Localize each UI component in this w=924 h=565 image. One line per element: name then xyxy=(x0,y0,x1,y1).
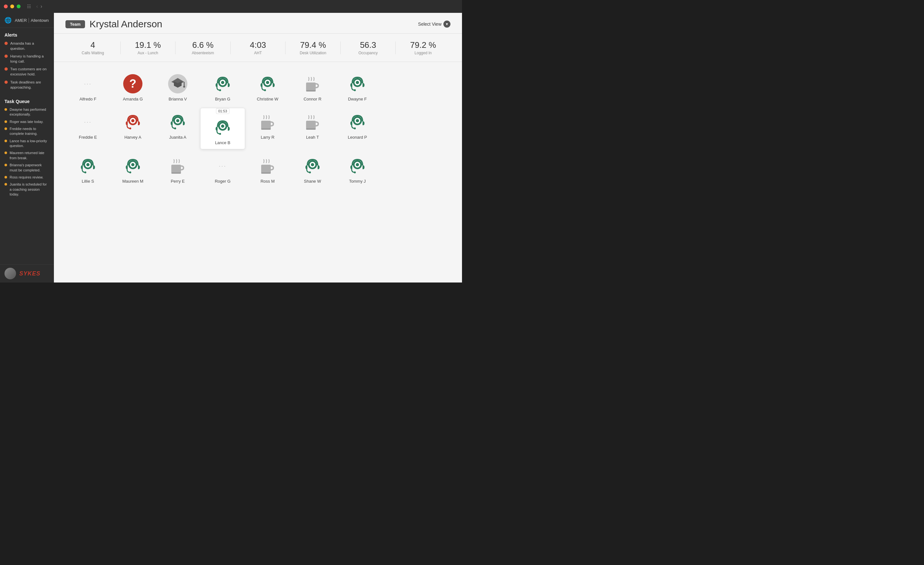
agent-name: Leah T xyxy=(306,135,319,140)
task-item-1: Roger was late today. xyxy=(4,119,50,124)
alert-text-0: Amanda has a question. xyxy=(10,41,50,51)
agent-name: Leonard P xyxy=(348,135,367,140)
task-dot-7 xyxy=(4,183,7,186)
agent-name: Lillie S xyxy=(82,179,94,183)
agent-card-leonard-p[interactable]: Leonard P xyxy=(335,108,380,149)
task-queue-title: Task Queue xyxy=(4,99,50,104)
stat-value-1: 19.1 % xyxy=(121,40,176,50)
agent-card-shane-w[interactable]: Shane W xyxy=(290,152,335,188)
forward-icon[interactable]: › xyxy=(40,3,42,9)
alert-dot-3 xyxy=(4,81,8,84)
svg-rect-16 xyxy=(306,90,316,92)
task-text-3: Lance has a low-priority question. xyxy=(10,139,50,149)
agent-card-amanda-g[interactable]: ? Amanda G xyxy=(110,70,155,105)
svg-point-10 xyxy=(219,89,221,91)
agent-card-alfredo-f[interactable]: ··· Alfredo F xyxy=(66,70,110,105)
agent-name: Perry E xyxy=(171,179,184,183)
agent-icon-question: ? xyxy=(123,74,143,94)
agent-card-christine-w[interactable]: Christine W xyxy=(245,70,290,105)
traffic-light-fullscreen[interactable] xyxy=(16,5,21,8)
agent-name: Juanita A xyxy=(169,135,186,140)
agent-icon-coffee xyxy=(168,156,188,176)
task-dot-5 xyxy=(4,164,7,166)
task-item-6: Ross requires review. xyxy=(4,175,50,180)
agent-card-juanita-a[interactable]: Juanita A xyxy=(155,108,200,149)
stat-value-2: 6.6 % xyxy=(176,40,230,50)
alert-item-1: Harvey is handling a long call. xyxy=(4,54,50,64)
task-text-0: Dwayne has performed exceptionally. xyxy=(10,107,50,117)
agent-name: Dwayne F xyxy=(348,97,367,101)
alert-dot-0 xyxy=(4,42,8,45)
stat-value-0: 4 xyxy=(66,40,120,50)
stat-occupancy: 56.3 Occupancy xyxy=(341,40,396,55)
stat-label-4: Desk Utilization xyxy=(285,51,340,55)
agent-name: Larry R xyxy=(261,135,274,140)
agent-icon-headset-green xyxy=(257,74,278,94)
svg-point-23 xyxy=(131,119,134,122)
agent-name: Christine W xyxy=(256,97,278,101)
sidebar: 🌐 AMER | Allentown Alerts Amanda has a q… xyxy=(0,13,54,282)
globe-icon: 🌐 xyxy=(4,17,12,24)
agent-icon-coffee xyxy=(302,74,323,94)
agent-card-larry-r[interactable]: Larry R xyxy=(245,108,290,149)
agent-icon-headset-green xyxy=(123,156,143,176)
stats-row: 4 Calls Waiting 19.1 % Aux - Lunch 6.6 %… xyxy=(54,34,462,62)
agent-card-brianna-v[interactable]: Brianna V xyxy=(155,70,200,105)
stat-label-5: Occupancy xyxy=(341,51,396,55)
page-title: Krystal Anderson xyxy=(90,19,162,30)
agent-card-leah-t[interactable]: Leah T xyxy=(290,108,335,149)
svg-point-59 xyxy=(356,163,359,166)
agent-card-tommy-j[interactable]: Tommy J xyxy=(335,152,380,188)
alert-text-2: Two customers are on excessive hold. xyxy=(10,66,50,77)
stat-label-0: Calls Waiting xyxy=(66,51,120,55)
sidebar-toggle-icon[interactable]: ☷ xyxy=(27,4,31,9)
svg-point-28 xyxy=(174,128,176,129)
svg-rect-36 xyxy=(306,128,316,130)
agent-icon-headset-green xyxy=(212,117,233,138)
agent-card-lillie-s[interactable]: Lillie S xyxy=(66,152,110,188)
task-item-4: Maureen returned late from break. xyxy=(4,150,50,161)
alert-text-3: Task deadlines are approaching. xyxy=(10,80,50,90)
agent-icon-headset-green xyxy=(78,156,98,176)
agent-card-bryan-g[interactable]: Bryan G xyxy=(200,70,245,105)
agent-card-lance-b[interactable]: 01:53 Lance B xyxy=(200,108,245,149)
agent-name: Alfredo F xyxy=(80,97,97,101)
agent-card-freddie-e[interactable]: ··· Freddie E xyxy=(66,108,110,149)
agent-row-0: ··· Alfredo F ? Amanda G xyxy=(66,70,450,105)
agent-icon-headset-green xyxy=(347,112,368,132)
stat-label-6: Logged In xyxy=(396,51,450,55)
stat-value-4: 79.4 % xyxy=(285,40,340,50)
task-dot-6 xyxy=(4,176,7,179)
svg-point-20 xyxy=(354,89,356,91)
agent-card-perry-e[interactable]: Perry E xyxy=(155,152,200,188)
task-dot-1 xyxy=(4,120,7,123)
stat-label-2: Absenteeism xyxy=(176,51,230,55)
traffic-light-minimize[interactable] xyxy=(10,5,14,8)
svg-point-44 xyxy=(84,171,86,173)
agent-grid: ··· Alfredo F ? Amanda G xyxy=(54,62,462,282)
svg-rect-15 xyxy=(306,83,316,91)
traffic-light-close[interactable] xyxy=(4,5,8,8)
agent-card-maureen-m[interactable]: Maureen M xyxy=(110,152,155,188)
task-item-3: Lance has a low-priority question. xyxy=(4,139,50,149)
svg-point-32 xyxy=(219,133,221,135)
task-dot-4 xyxy=(4,152,7,154)
agent-card-roger-g[interactable]: ··· Roger G xyxy=(200,152,245,188)
agent-card-connor-r[interactable]: Connor R xyxy=(290,70,335,105)
stat-absenteeism: 6.6 % Absenteeism xyxy=(176,40,230,55)
select-view-button[interactable]: Select View ▼ xyxy=(418,21,450,28)
agent-card-harvey-a[interactable]: Harvey A xyxy=(110,108,155,149)
agent-card-ross-m[interactable]: Ross M xyxy=(245,152,290,188)
back-icon[interactable]: ‹ xyxy=(36,3,38,9)
agent-card-dwayne-f[interactable]: Dwayne F xyxy=(335,70,380,105)
stat-logged-in: 79.2 % Logged In xyxy=(396,40,450,55)
agent-icon-headset-green xyxy=(212,74,233,94)
task-queue-section: Task Queue Dwayne has performed exceptio… xyxy=(0,95,54,201)
agent-timer-badge: 01:53 xyxy=(216,108,230,114)
svg-point-48 xyxy=(129,171,131,173)
region-label: AMER xyxy=(15,18,27,23)
svg-point-43 xyxy=(86,163,90,166)
sykes-logo: SYKES xyxy=(19,270,40,277)
stat-value-3: 4:03 xyxy=(231,40,285,50)
agent-icon-coffee xyxy=(257,156,278,176)
